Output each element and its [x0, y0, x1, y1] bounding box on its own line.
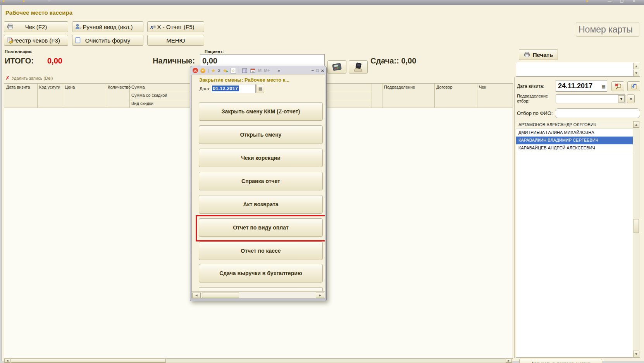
scroll-left-icon[interactable]: ◄: [4, 359, 10, 363]
scroll-down-icon[interactable]: ▼: [633, 351, 639, 357]
advance-payments-button[interactable]: Авансовые платежи-чистка: [519, 359, 602, 363]
clear-form-label: Очистить форму: [85, 37, 130, 44]
clear-form-button[interactable]: Очистить форму: [72, 35, 143, 46]
dialog-scroll-right-icon[interactable]: ►: [316, 293, 324, 298]
total-value: 0,00: [47, 57, 62, 65]
change-value: 0,00: [401, 57, 416, 65]
card-imprinter-button[interactable]: [349, 60, 368, 74]
window-frame-left: [0, 5, 2, 363]
pos-terminal-button[interactable]: [327, 60, 346, 74]
dialog-cash-report-button[interactable]: Отчет по кассе: [199, 241, 323, 260]
patient-list-item-selected[interactable]: КАРАВАЙКИН ВЛАДИМИР СЕРГЕЕВИЧ: [516, 137, 633, 144]
menu-circle-icon[interactable]: ▼: [200, 68, 205, 73]
dialog-revenue-handover-button[interactable]: Сдача выручки в бухгалтерию: [199, 264, 323, 283]
printer-icon: [524, 52, 530, 58]
table-hscroll-thumb[interactable]: [11, 359, 166, 363]
dialog-hscrollbar[interactable]: ◄ ►: [192, 291, 325, 298]
dialog-minimize-icon[interactable]: –: [312, 68, 314, 73]
spin-up-icon[interactable]: ▲: [633, 63, 639, 69]
favorites-star-icon[interactable]: ★: [211, 68, 216, 74]
date-picker-icon[interactable]: ▦: [602, 84, 606, 89]
dialog-scroll-thumb[interactable]: [202, 293, 239, 298]
patient-list-scrollbar[interactable]: ▲ ▼: [633, 121, 640, 357]
close-window-icon[interactable]: ✕: [632, 0, 635, 3]
help-icon[interactable]: ●: [586, 0, 588, 3]
info-textbox[interactable]: ▲ ▼: [516, 62, 640, 77]
minimize-window-icon[interactable]: —: [608, 0, 611, 3]
maximize-window-icon[interactable]: ▢: [620, 0, 623, 3]
history-count: 3: [218, 68, 220, 73]
dialog-scroll-left-icon[interactable]: ◄: [192, 293, 201, 298]
person-question-icon: ?: [75, 24, 82, 30]
col-price[interactable]: Цена: [63, 84, 106, 89]
more-commands-icon[interactable]: »: [278, 68, 280, 73]
clear-filter-button[interactable]: [611, 81, 624, 91]
os-titlebar[interactable]: ● ● ☆ ● — ▢ ✕: [0, 0, 644, 5]
delete-row-label: Удалить запись (Del): [12, 76, 53, 80]
check-f2-button[interactable]: Чек (F2): [4, 21, 68, 32]
dialog-close-icon[interactable]: ×: [321, 68, 324, 74]
check-f2-label: Чек (F2): [25, 24, 47, 30]
dialog-date-input[interactable]: 01.12.2017: [211, 84, 256, 93]
dialog-correction-checks-button[interactable]: Чеки корекции: [199, 149, 323, 167]
visit-date-input[interactable]: 24.11.2017 ▦: [556, 80, 607, 92]
division-label-line2: отбор:: [517, 99, 548, 104]
m-button[interactable]: M: [258, 68, 262, 73]
x-report-f5-button[interactable]: x▦ X - Отчет (F5): [147, 21, 204, 32]
print-label: Печать: [533, 51, 553, 58]
scroll-up-icon[interactable]: ▲: [633, 121, 639, 128]
fio-filter-label: Отбор по ФИО:: [517, 110, 553, 116]
m-plus-button[interactable]: M+: [264, 68, 270, 73]
dialog-extra-button-partial[interactable]: [199, 287, 323, 291]
table-hscrollbar[interactable]: ◄ ►: [4, 358, 512, 363]
registry-f3-button[interactable]: Реестр чеков (F3): [4, 35, 68, 46]
patient-list-item[interactable]: КАРАВАЙЦЕВ АНДРЕЙ АЛЕКСЕЕВИЧ: [516, 144, 633, 152]
patient-list-item[interactable]: ДМИТРИЕВА ГАЛИНА МИХАЙЛОВНА: [516, 129, 633, 137]
dialog-return-act-button[interactable]: Акт возврата: [199, 195, 323, 214]
panel-divider: [514, 77, 515, 358]
patient-list-item[interactable]: АРТАМОНОВ АЛЕКСАНДР ОЛЕГОВИЧ: [516, 121, 633, 129]
combo-clear-button[interactable]: ×: [627, 94, 635, 103]
division-filter-label: Подразделение отбор:: [517, 94, 548, 104]
division-label-line1: Подразделение: [517, 94, 548, 99]
star-go-icon[interactable]: ★➤: [223, 68, 228, 74]
col-division[interactable]: Подразделение: [382, 84, 434, 89]
col-visit-date[interactable]: Дата визита: [4, 84, 37, 89]
patient-list[interactable]: АРТАМОНОВ АЛЕКСАНДР ОЛЕГОВИЧ ДМИТРИЕВА Г…: [516, 121, 640, 358]
calendar-icon[interactable]: 31: [250, 68, 256, 74]
x-report-label: X - Отчет (F5): [157, 24, 194, 30]
refresh-selection-button[interactable]: [627, 81, 640, 91]
patient-scroll-thumb[interactable]: [634, 219, 639, 233]
dialog-maximize-icon[interactable]: □: [316, 68, 319, 73]
col-contract[interactable]: Договор: [434, 84, 477, 89]
scroll-right-icon[interactable]: ►: [506, 359, 512, 363]
dialog-title: Закрытие смены: Рабочее место к...: [199, 77, 289, 83]
manual-input-label: Ручной ввод (вкл.): [83, 24, 133, 30]
combo-dropdown-icon[interactable]: ▼: [618, 95, 625, 103]
dialog-date-picker-button[interactable]: ▦: [257, 84, 264, 93]
cash-label: Наличные:: [153, 57, 195, 65]
fio-filter-input[interactable]: [555, 108, 640, 118]
dialog-payment-type-report-button[interactable]: Отчет по виду оплат: [199, 218, 323, 237]
shift-close-dialog: 1С ▼ | ★ 3 ★➤ ☆ | 31 M M+ » – □ × Закрыт…: [190, 66, 327, 301]
division-combobox[interactable]: ▼: [556, 94, 625, 103]
star-icon[interactable]: ☆: [47, 0, 51, 3]
card-number-input[interactable]: [576, 22, 639, 37]
total-label: ИТОГО:: [5, 57, 34, 65]
star-box-icon[interactable]: ☆: [231, 68, 236, 74]
dialog-reference-report-button[interactable]: Справка отчет: [199, 172, 323, 190]
blue-arrow-page-icon: [630, 83, 638, 90]
col-check[interactable]: Чек: [477, 84, 513, 89]
manual-input-button[interactable]: ? Ручной ввод (вкл.): [72, 21, 143, 32]
spin-down-icon[interactable]: ▼: [633, 70, 639, 76]
col-quantity[interactable]: Количество: [106, 84, 129, 89]
advance-payments-label: Авансовые платежи-чистка: [531, 361, 591, 363]
dialog-close-shift-button[interactable]: Закрыть смену ККМ (Z-отчет): [199, 102, 323, 121]
menu-button[interactable]: МЕНЮ: [147, 35, 204, 46]
dialog-titlebar[interactable]: 1С ▼ | ★ 3 ★➤ ☆ | 31 M M+ » – □ ×: [190, 66, 326, 75]
print-button[interactable]: Печать: [519, 49, 558, 60]
calculator-icon[interactable]: [242, 68, 248, 74]
delete-row-action[interactable]: ✗ Удалить запись (Del): [5, 75, 53, 81]
col-service-code[interactable]: Код услуги: [37, 84, 63, 89]
dialog-open-shift-button[interactable]: Открыть смену: [199, 125, 323, 144]
